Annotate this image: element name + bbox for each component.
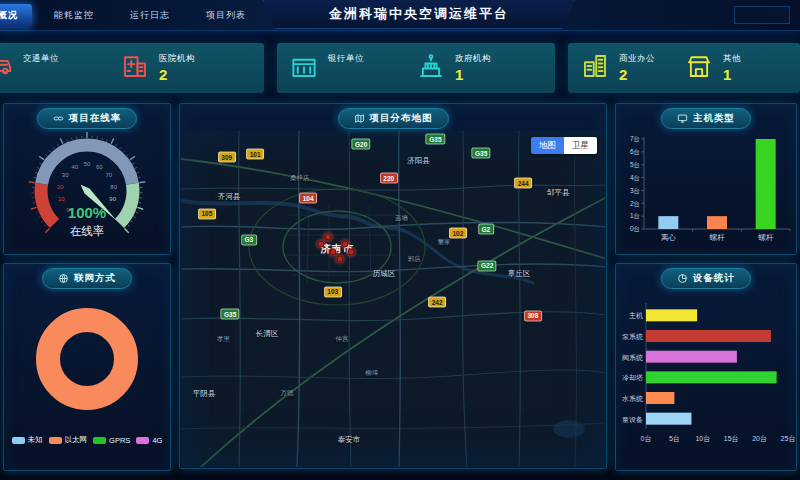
nav-tab-能耗监控[interactable]: 能耗监控 <box>40 4 108 27</box>
svg-text:在线率: 在线率 <box>70 225 105 237</box>
svg-text:2台: 2台 <box>630 200 640 208</box>
stat-label: 交通单位 <box>23 53 59 65</box>
map-town-label-遥墙: 遥墙 <box>395 214 408 223</box>
svg-text:0台: 0台 <box>641 435 652 443</box>
svg-text:20: 20 <box>57 184 64 190</box>
road-shield-G35: G35 <box>426 134 445 145</box>
stat-label: 商业办公 <box>619 53 655 65</box>
project-marker-0[interactable] <box>317 240 324 247</box>
stat-value: 2 <box>159 66 195 83</box>
hospital-icon <box>120 51 150 85</box>
legend-item-未知[interactable]: 未知 <box>12 435 43 445</box>
legend-swatch <box>93 437 106 444</box>
map-canvas[interactable]: 地图卫星 济南市齐河县济阳县邹平县章丘区历城区长清区平阴县泰安市桑梓店遥墙郭店董… <box>181 131 605 467</box>
svg-text:25台: 25台 <box>781 435 796 443</box>
panel-device-stats: 设备统计 0台5台10台15台20台25台主机泵系统阀系统冷却塔水系统量设备 <box>615 263 797 471</box>
svg-text:主机: 主机 <box>629 311 643 320</box>
network-donut-chart <box>4 289 170 434</box>
topbar-decoration <box>734 6 790 24</box>
panel-map-title: 项目分布地图 <box>370 112 433 125</box>
map-city-label-济阳县: 济阳县 <box>407 156 430 166</box>
svg-text:5台: 5台 <box>630 161 640 169</box>
road-shield-102: 102 <box>449 228 467 239</box>
stat-value <box>328 66 364 83</box>
svg-text:螺杆: 螺杆 <box>710 233 726 242</box>
svg-text:10台: 10台 <box>695 435 710 443</box>
svg-text:水系统: 水系统 <box>622 395 643 403</box>
panel-device-stats-header: 设备统计 <box>661 268 751 289</box>
road-shield-G3: G3 <box>241 234 257 245</box>
svg-text:0台: 0台 <box>630 225 640 233</box>
panel-map-header: 项目分布地图 <box>338 108 449 129</box>
office-icon <box>580 51 610 85</box>
legend-label: 未知 <box>28 435 43 445</box>
svg-text:15台: 15台 <box>724 435 739 443</box>
road-shield-105: 105 <box>198 208 216 219</box>
legend-item-GPRS[interactable]: GPRS <box>93 436 130 445</box>
svg-text:泵系统: 泵系统 <box>622 333 643 341</box>
map-town-label-董家: 董家 <box>437 237 450 246</box>
panel-online-rate-title: 项目在线率 <box>69 112 122 125</box>
page-title: 金洲科瑞中央空调运维平台 <box>329 5 509 23</box>
stat-item-其他: 其他1 <box>684 51 788 85</box>
bank-icon <box>289 51 319 85</box>
svg-text:阀系统: 阀系统 <box>622 354 643 362</box>
svg-text:7台: 7台 <box>630 135 640 143</box>
panel-host-type-title: 主机类型 <box>693 112 735 125</box>
svg-text:离心: 离心 <box>661 233 677 242</box>
map-type-button-地图[interactable]: 地图 <box>531 137 564 154</box>
svg-text:4台: 4台 <box>630 174 640 182</box>
app-title-box: 金洲科瑞中央空调运维平台 <box>263 0 575 29</box>
stat-value: 1 <box>723 66 741 83</box>
svg-text:80: 80 <box>110 184 117 190</box>
road-shield-G22: G22 <box>477 260 496 271</box>
map-town-label-仲宫: 仲宫 <box>336 335 349 344</box>
svg-text:3台: 3台 <box>630 187 640 195</box>
legend-label: 4G <box>152 436 162 445</box>
road-shield-G20: G20 <box>352 139 371 150</box>
map-town-label-孝里: 孝里 <box>217 335 230 344</box>
stats-row: 交通单位医院机构2银行单位政府机构1商业办公2其他1 <box>0 43 800 93</box>
legend-item-以太网[interactable]: 以太网 <box>49 435 88 445</box>
legend-item-4G[interactable]: 4G <box>136 436 162 445</box>
svg-text:量设备: 量设备 <box>622 416 643 424</box>
road-shield-308: 308 <box>524 310 542 321</box>
map-city-label-齐河县: 齐河县 <box>218 192 241 202</box>
legend-label: 以太网 <box>65 435 88 445</box>
nav-tab-项目列表[interactable]: 项目列表 <box>192 4 260 27</box>
map-type-button-卫星[interactable]: 卫星 <box>564 137 597 154</box>
svg-text:60: 60 <box>96 164 103 170</box>
device-stats-bar-chart: 0台5台10台15台20台25台主机泵系统阀系统冷却塔水系统量设备 <box>616 289 796 454</box>
network-legend: 未知以太网GPRS4G <box>4 435 170 445</box>
road-shield-220: 220 <box>380 173 398 184</box>
stat-item-交通单位: 交通单位 <box>0 51 120 85</box>
project-marker-5[interactable] <box>347 248 354 255</box>
stat-label: 医院机构 <box>159 53 195 65</box>
svg-text:70: 70 <box>105 172 112 178</box>
svg-text:20台: 20台 <box>752 435 767 443</box>
svg-text:30: 30 <box>62 172 69 178</box>
legend-label: GPRS <box>109 436 130 445</box>
panel-device-stats-title: 设备统计 <box>693 272 735 285</box>
road-shield-G35: G35 <box>472 148 491 159</box>
panel-network-title: 联网方式 <box>74 272 116 285</box>
monitor-icon <box>677 113 688 124</box>
host-type-bar-chart: 0台1台2台3台4台5台6台7台离心螺杆螺杆 <box>616 129 796 251</box>
stat-card-0: 交通单位医院机构2 <box>0 43 264 93</box>
svg-text:10: 10 <box>58 196 65 202</box>
pie-icon <box>677 273 688 284</box>
stat-value: 2 <box>619 66 655 83</box>
nav-tab-运行日志[interactable]: 运行日志 <box>116 4 184 27</box>
nav-tab-概况[interactable]: 概况 <box>0 4 32 27</box>
legend-swatch <box>12 437 25 444</box>
project-marker-4[interactable] <box>337 255 344 262</box>
map-town-label-柳埠: 柳埠 <box>365 368 378 377</box>
road-shield-242: 242 <box>428 297 446 308</box>
main-grid: 项目在线率 0102030405060708090100%在线率 联网方式 未知… <box>0 103 800 471</box>
project-marker-3[interactable] <box>325 233 332 240</box>
globe-icon <box>58 273 69 284</box>
legend-swatch <box>136 437 149 444</box>
project-marker-1[interactable] <box>329 248 336 255</box>
project-marker-2[interactable] <box>342 240 349 247</box>
link-icon <box>53 113 64 124</box>
